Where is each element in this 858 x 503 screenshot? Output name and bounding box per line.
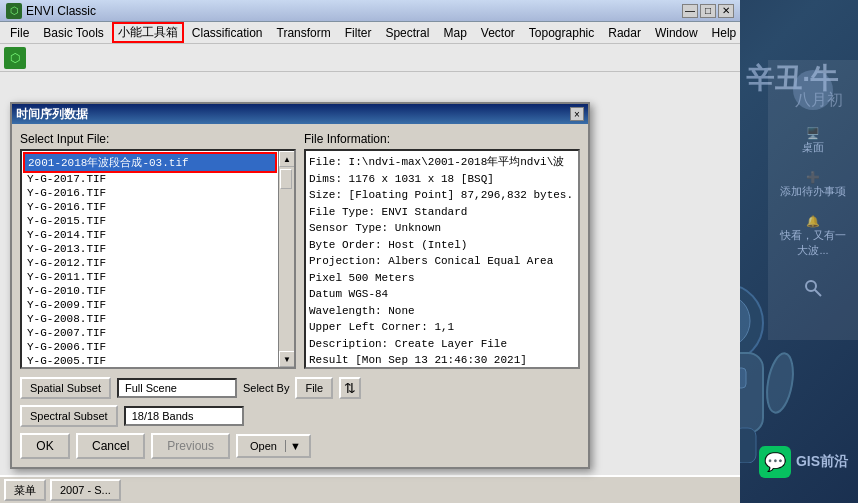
file-info-line: Sensor Type: Unknown <box>309 220 575 237</box>
file-info-panel: File Information: File: I:\ndvi-max\2001… <box>304 132 580 369</box>
scrollbar-up-arrow[interactable]: ▲ <box>279 151 295 167</box>
file-list-item[interactable]: Y-G-2010.TIF <box>24 284 276 298</box>
file-list-container: 2001-2018年波段合成-03.tifY-G-2017.TIFY-G-201… <box>20 149 296 369</box>
file-list-item[interactable]: Y-G-2016.TIF <box>24 186 276 200</box>
wechat-icon: 💬 <box>759 446 791 478</box>
toolbar: ⬡ <box>0 44 740 72</box>
file-list-item[interactable]: Y-G-2015.TIF <box>24 214 276 228</box>
title-bar: ⬡ ENVI Classic — □ ✕ <box>0 0 740 22</box>
bg-sidebar-news[interactable]: 🔔快看，又有一大波... <box>773 211 853 262</box>
main-content: 时间序列数据 × Select Input File: <box>0 72 740 503</box>
svg-point-6 <box>763 351 797 414</box>
select-by-row: Select By File ⇅ <box>243 377 361 399</box>
wechat-bar[interactable]: 💬 GIS前沿 <box>759 446 848 478</box>
cancel-button[interactable]: Cancel <box>76 433 145 459</box>
menu-bar: File Basic Tools 小能工具箱 Classification Tr… <box>0 22 740 44</box>
file-list-item[interactable]: Y-G-2011.TIF <box>24 270 276 284</box>
file-list-item[interactable]: Y-G-2014.TIF <box>24 228 276 242</box>
menu-custom-tools[interactable]: 小能工具箱 <box>112 22 184 43</box>
title-bar-buttons: — □ ✕ <box>682 4 734 18</box>
app-title: ENVI Classic <box>26 4 96 18</box>
spatial-subset-value: Full Scene <box>117 378 237 398</box>
menu-window[interactable]: Window <box>649 24 704 42</box>
taskbar: 菜单 2007 - S... <box>0 475 740 503</box>
dialog-close-button[interactable]: × <box>570 107 584 121</box>
file-list-scrollbar[interactable]: ▲ ▼ <box>278 151 294 367</box>
close-button[interactable]: ✕ <box>718 4 734 18</box>
file-info-line: Pixel 500 Meters <box>309 270 575 287</box>
file-info-line: File Type: ENVI Standard <box>309 204 575 221</box>
spatial-subset-button[interactable]: Spatial Subset <box>20 377 111 399</box>
wechat-label: GIS前沿 <box>796 453 848 471</box>
scrollbar-thumb-area <box>279 167 294 351</box>
ok-button[interactable]: OK <box>20 433 70 459</box>
file-list-item[interactable]: Y-G-2006.TIF <box>24 340 276 354</box>
file-list-item[interactable]: Y-G-2008.TIF <box>24 312 276 326</box>
maximize-button[interactable]: □ <box>700 4 716 18</box>
envi-window: ⬡ ENVI Classic — □ ✕ File Basic Tools 小能… <box>0 0 740 503</box>
bg-avatar <box>793 70 833 110</box>
menu-file[interactable]: File <box>4 24 35 42</box>
taskbar-item-1[interactable]: 2007 - S... <box>50 479 121 501</box>
file-list-item[interactable]: Y-G-2009.TIF <box>24 298 276 312</box>
previous-button[interactable]: Previous <box>151 433 230 459</box>
spatial-subset-row: Spatial Subset Full Scene Select By File… <box>20 377 580 399</box>
sort-button[interactable]: ⇅ <box>339 377 361 399</box>
menu-spectral[interactable]: Spectral <box>379 24 435 42</box>
button-row: OK Cancel Previous Open ▼ <box>20 433 580 459</box>
file-list-item[interactable]: Y-G-2005.TIF <box>24 354 276 367</box>
file-info-label: File Information: <box>304 132 580 146</box>
select-by-label: Select By <box>243 382 289 394</box>
panels-row: Select Input File: 2001-2018年波段合成-03.tif… <box>20 132 580 369</box>
menu-vector[interactable]: Vector <box>475 24 521 42</box>
file-info-line: Dims: 1176 x 1031 x 18 [BSQ] <box>309 171 575 188</box>
menu-map[interactable]: Map <box>437 24 472 42</box>
menu-transform[interactable]: Transform <box>271 24 337 42</box>
file-info-line: Projection: Albers Conical Equal Area <box>309 253 575 270</box>
menu-topographic[interactable]: Topographic <box>523 24 600 42</box>
menu-filter[interactable]: Filter <box>339 24 378 42</box>
title-bar-left: ⬡ ENVI Classic <box>6 3 96 19</box>
file-info-line: Size: [Floating Point] 87,296,832 bytes. <box>309 187 575 204</box>
spectral-subset-value: 18/18 Bands <box>124 406 244 426</box>
file-info-line: Result [Mon Sep 13 21:46:30 2021] <box>309 352 575 369</box>
scrollbar-down-arrow[interactable]: ▼ <box>279 351 295 367</box>
file-list-item[interactable]: Y-G-2007.TIF <box>24 326 276 340</box>
file-info-line: File: I:\ndvi-max\2001-2018年平均ndvi\波 <box>309 154 575 171</box>
file-info-text: File: I:\ndvi-max\2001-2018年平均ndvi\波Dims… <box>306 151 578 369</box>
select-input-label: Select Input File: <box>20 132 296 146</box>
file-info-line: Upper Left Corner: 1,1 <box>309 319 575 336</box>
open-split-button[interactable]: Open ▼ <box>236 434 311 458</box>
spectral-subset-row: Spectral Subset 18/18 Bands <box>20 405 580 427</box>
file-list-item[interactable]: Y-G-2016.TIF <box>24 200 276 214</box>
toolbar-app-icon: ⬡ <box>4 47 26 69</box>
file-list-item[interactable]: Y-G-2013.TIF <box>24 242 276 256</box>
svg-line-1 <box>815 290 821 296</box>
file-list-item[interactable]: Y-G-2017.TIF <box>24 172 276 186</box>
menu-help[interactable]: Help <box>706 24 743 42</box>
file-info-line: Byte Order: Host (Intel) <box>309 237 575 254</box>
open-arrow-icon[interactable]: ▼ <box>285 440 305 452</box>
spectral-subset-button[interactable]: Spectral Subset <box>20 405 118 427</box>
file-list-item[interactable]: 2001-2018年波段合成-03.tif <box>24 153 276 172</box>
open-label: Open <box>242 440 285 452</box>
file-list: 2001-2018年波段合成-03.tifY-G-2017.TIFY-G-201… <box>22 151 278 367</box>
bg-sidebar-desktop[interactable]: 🖥️桌面 <box>773 123 853 159</box>
menu-basic-tools[interactable]: Basic Tools <box>37 24 109 42</box>
scrollbar-thumb[interactable] <box>280 169 292 189</box>
minimize-button[interactable]: — <box>682 4 698 18</box>
dialog-body: Select Input File: 2001-2018年波段合成-03.tif… <box>12 124 588 467</box>
bg-sidebar-todo[interactable]: ➕添加待办事项 <box>773 167 853 203</box>
file-info-line: Datum WGS-84 <box>309 286 575 303</box>
dialog-time-series: 时间序列数据 × Select Input File: <box>10 102 590 469</box>
dialog-title-bar: 时间序列数据 × <box>12 104 588 124</box>
menu-classification[interactable]: Classification <box>186 24 269 42</box>
file-info-line: Description: Create Layer File <box>309 336 575 353</box>
dialog-title: 时间序列数据 <box>16 106 88 123</box>
file-list-scroll[interactable]: 2001-2018年波段合成-03.tifY-G-2017.TIFY-G-201… <box>22 151 278 367</box>
app-icon: ⬡ <box>6 3 22 19</box>
taskbar-menu[interactable]: 菜单 <box>4 479 46 501</box>
file-list-item[interactable]: Y-G-2012.TIF <box>24 256 276 270</box>
menu-radar[interactable]: Radar <box>602 24 647 42</box>
select-by-button[interactable]: File <box>295 377 333 399</box>
